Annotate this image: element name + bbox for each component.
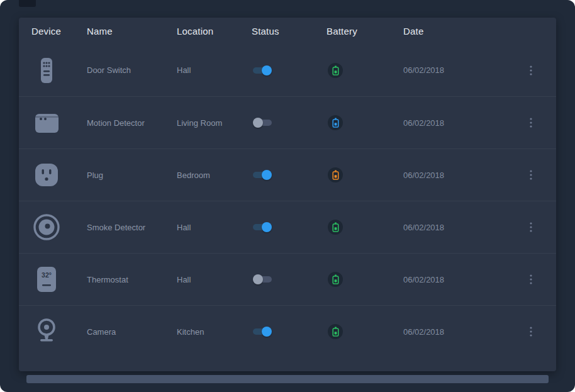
toggle-knob — [262, 222, 272, 232]
device-icon-cell — [31, 318, 87, 345]
thermostat-icon: 32° — [33, 266, 60, 293]
device-icon-cell — [31, 109, 87, 137]
kebab-icon — [530, 65, 532, 76]
table-row: Smoke Detector Hall 06/02/2018 — [19, 201, 556, 253]
header-device: Device — [31, 26, 87, 36]
status-toggle[interactable] — [253, 118, 272, 128]
device-location: Hall — [177, 223, 252, 232]
toggle-knob — [262, 65, 272, 76]
device-name: Plug — [87, 171, 177, 180]
device-location: Hall — [177, 275, 252, 284]
battery-indicator — [328, 115, 343, 130]
header-name: Name — [87, 26, 177, 36]
battery-indicator — [328, 167, 343, 182]
header-date: Date — [403, 26, 518, 36]
plug-icon — [33, 161, 60, 189]
row-menu-button[interactable] — [526, 167, 536, 182]
kebab-icon — [530, 170, 532, 180]
device-dashboard: Device Name Location Status Battery Date… — [0, 0, 575, 392]
battery-indicator — [328, 272, 343, 287]
device-name: Motion Detector — [87, 118, 177, 128]
battery-icon — [332, 170, 339, 180]
camera-icon — [33, 318, 60, 345]
device-date: 06/02/2018 — [403, 275, 518, 284]
top-notch — [19, 0, 36, 7]
table-row: Plug Bedroom 06/02/2018 — [19, 148, 556, 201]
status-toggle[interactable] — [253, 170, 272, 180]
row-menu-button[interactable] — [526, 272, 536, 287]
battery-icon — [332, 65, 339, 76]
device-name: Thermostat — [87, 275, 177, 284]
device-name: Door Switch — [87, 65, 177, 75]
battery-icon — [332, 222, 339, 232]
kebab-icon — [530, 222, 532, 232]
header-battery: Battery — [327, 26, 403, 36]
device-table-card: Device Name Location Status Battery Date… — [19, 18, 556, 371]
battery-icon — [332, 327, 339, 337]
device-icon-cell — [31, 213, 87, 241]
table-row: Camera Kitchen 06/02/2018 — [19, 305, 556, 357]
row-menu-button[interactable] — [526, 115, 536, 130]
row-menu-button[interactable] — [526, 324, 536, 339]
toggle-knob — [262, 170, 272, 180]
row-menu-button[interactable] — [526, 63, 536, 78]
device-icon-cell — [31, 161, 87, 189]
device-location: Bedroom — [177, 171, 252, 180]
table-row: Door Switch Hall 06/02/2018 — [19, 44, 556, 96]
table-row: Motion Detector Living Room 06/02/2018 — [19, 96, 556, 148]
stacked-page-edge — [26, 375, 549, 383]
toggle-knob — [253, 118, 263, 128]
header-status: Status — [252, 26, 327, 36]
battery-indicator — [328, 220, 343, 235]
table-header-row: Device Name Location Status Battery Date — [19, 18, 556, 44]
status-toggle[interactable] — [253, 274, 272, 284]
device-location: Hall — [177, 65, 252, 75]
device-date: 06/02/2018 — [403, 223, 518, 232]
device-name: Smoke Detector — [87, 223, 177, 232]
device-name: Camera — [87, 327, 177, 337]
battery-icon — [332, 118, 339, 128]
status-toggle[interactable] — [253, 65, 272, 76]
device-icon-cell: 32° — [31, 266, 87, 293]
battery-indicator — [328, 63, 343, 78]
table-row: 32° Thermostat Hall — [19, 253, 556, 305]
remote-icon — [33, 57, 60, 84]
battery-icon — [332, 274, 339, 284]
smoke-detector-icon — [33, 213, 60, 241]
device-date: 06/02/2018 — [403, 171, 518, 180]
status-toggle[interactable] — [253, 222, 272, 232]
device-date: 06/02/2018 — [403, 118, 518, 128]
toggle-knob — [262, 327, 272, 337]
motion-detector-icon — [33, 109, 60, 137]
device-date: 06/02/2018 — [403, 327, 518, 337]
kebab-icon — [530, 274, 532, 284]
battery-indicator — [328, 324, 343, 339]
kebab-icon — [530, 327, 532, 337]
header-location: Location — [177, 26, 252, 36]
kebab-icon — [530, 118, 532, 128]
device-date: 06/02/2018 — [403, 65, 518, 75]
thermostat-temperature-label: 32° — [42, 271, 52, 279]
toggle-knob — [253, 274, 263, 284]
row-menu-button[interactable] — [526, 220, 536, 235]
device-icon-cell — [31, 57, 87, 84]
device-location: Kitchen — [177, 327, 252, 337]
device-location: Living Room — [177, 118, 252, 128]
status-toggle[interactable] — [253, 327, 272, 337]
